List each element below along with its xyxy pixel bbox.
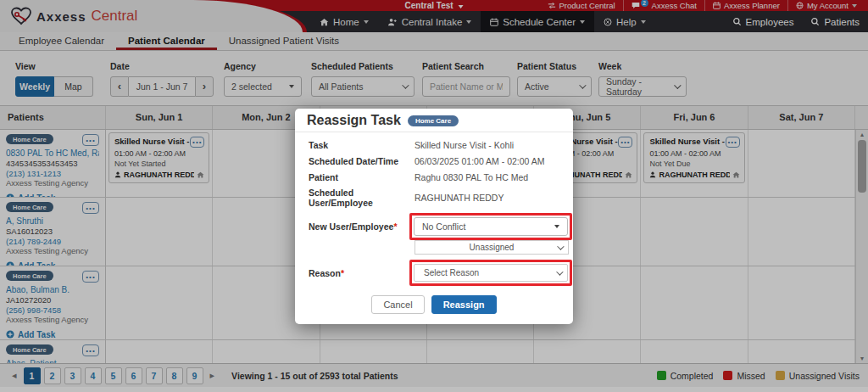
task-label: Task <box>309 140 415 150</box>
task-value: Skilled Nurse Visit - Kohli <box>415 140 559 150</box>
new-user-dropdown[interactable]: No Conflict <box>414 217 568 236</box>
scheduled-datetime-label: Scheduled Date/Time <box>309 156 415 166</box>
scheduled-datetime-value: 06/03/2025 01:00 AM - 02:00 AM <box>415 156 559 166</box>
scheduled-user-label: Scheduled User/Employee <box>309 188 415 208</box>
cancel-button[interactable]: Cancel <box>371 295 424 314</box>
new-user-highlight-box: No Conflict <box>409 213 572 240</box>
patient-value: Raghu 0830 PAL To HC Med <box>415 172 559 182</box>
unassigned-select[interactable]: Unassigned <box>415 240 569 255</box>
scheduled-user-value: RAGHUNATH REDDY <box>415 193 559 203</box>
reassign-button[interactable]: Reassign <box>431 295 497 314</box>
home-care-badge: Home Care <box>408 115 459 126</box>
modal-header: Reassign Task Home Care <box>295 109 573 132</box>
reason-highlight-box: Select Reason <box>409 260 572 286</box>
chevron-down-icon <box>557 243 564 249</box>
modal-body: Task Skilled Nurse Visit - Kohli Schedul… <box>295 132 573 324</box>
patient-label: Patient <box>309 172 415 182</box>
new-user-label: New User/Employee* <box>309 221 415 232</box>
chevron-down-icon <box>556 268 563 275</box>
reassign-task-modal: Reassign Task Home Care Task Skilled Nur… <box>295 109 573 324</box>
modal-title: Reassign Task <box>307 113 401 128</box>
reason-label: Reason* <box>309 268 415 278</box>
reason-select[interactable]: Select Reason <box>414 264 568 282</box>
chevron-down-icon <box>554 225 559 228</box>
app-window: Central Test Product Central 2 Axxess Ch… <box>0 0 868 392</box>
